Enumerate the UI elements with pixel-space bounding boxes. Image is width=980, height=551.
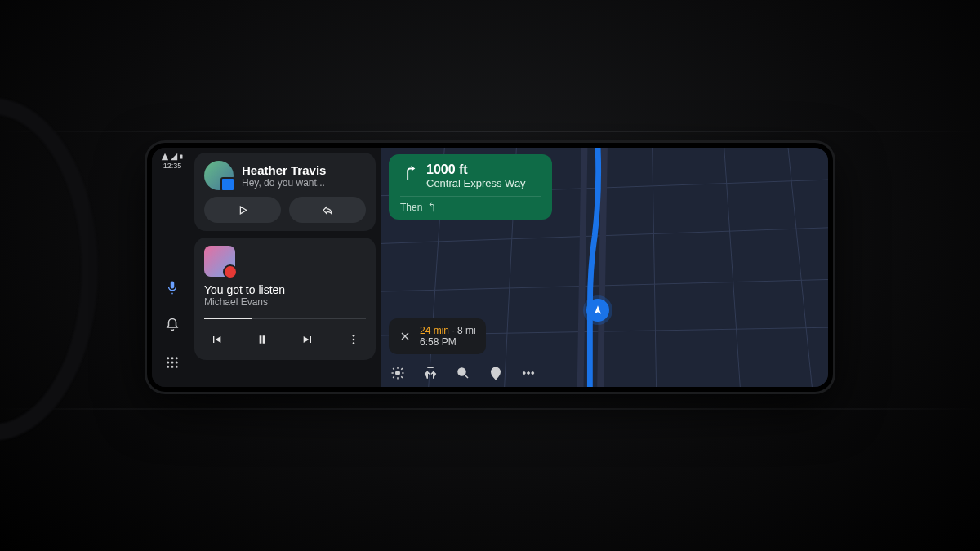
avatar — [204, 161, 234, 190]
pause-icon — [256, 333, 269, 346]
eta-distance: 8 mi — [457, 325, 476, 336]
cellular-icon — [170, 153, 178, 161]
previous-track-button[interactable] — [204, 327, 229, 352]
media-card[interactable]: You got to listen Michael Evans — [194, 238, 376, 360]
track-title: You got to listen — [204, 283, 366, 296]
more-vert-icon — [347, 333, 360, 346]
svg-point-8 — [172, 366, 174, 368]
svg-point-6 — [176, 362, 178, 364]
bell-icon — [165, 318, 180, 332]
cards-column: Heather Travis Hey, do you want... Yo — [193, 148, 381, 387]
signal-icon — [161, 153, 169, 161]
turn-right-icon — [400, 164, 418, 182]
svg-point-9 — [176, 366, 178, 368]
close-eta-button[interactable] — [399, 330, 412, 343]
status-bar: 12:35 — [161, 153, 184, 170]
location-pin-button[interactable] — [487, 364, 505, 382]
skip-next-icon — [301, 333, 314, 346]
reply-icon — [322, 204, 334, 216]
playback-progress[interactable] — [204, 318, 366, 319]
location-pin-icon — [488, 366, 503, 380]
album-art — [204, 246, 235, 277]
screen: 12:35 Heather Trav — [152, 148, 828, 387]
navigation-arrow-icon — [592, 304, 604, 316]
eta-duration: 24 min — [420, 325, 449, 336]
svg-point-7 — [167, 366, 169, 368]
notifications-button[interactable] — [158, 310, 187, 340]
battery-icon — [179, 153, 184, 161]
track-artist: Michael Evans — [204, 296, 366, 308]
assistant-button[interactable] — [158, 273, 187, 302]
app-launcher-button[interactable] — [158, 348, 187, 377]
clock: 12:35 — [163, 162, 182, 170]
skip-previous-icon — [210, 333, 223, 346]
search-icon — [456, 366, 470, 380]
infotainment-device: 12:35 Heather Trav — [147, 143, 833, 392]
message-preview: Hey, do you want... — [242, 177, 326, 189]
steering-wheel — [0, 98, 98, 441]
route-split-icon — [423, 366, 438, 380]
svg-point-10 — [353, 335, 355, 337]
svg-point-26 — [528, 372, 530, 375]
svg-point-3 — [176, 357, 178, 359]
media-more-button[interactable] — [341, 327, 366, 352]
svg-point-1 — [167, 357, 169, 359]
microphone-icon — [165, 280, 180, 295]
svg-rect-0 — [180, 155, 183, 159]
message-sender: Heather Travis — [242, 163, 326, 177]
eta-card[interactable]: 24 min · 8 mi 6:58 PM — [389, 318, 486, 354]
svg-point-24 — [495, 371, 497, 373]
map-more-button[interactable] — [519, 364, 537, 382]
svg-point-22 — [396, 371, 400, 375]
message-card[interactable]: Heather Travis Hey, do you want... — [194, 153, 376, 231]
apps-grid-icon — [165, 355, 180, 370]
nav-distance: 1000 ft — [426, 162, 526, 177]
svg-point-25 — [523, 372, 525, 375]
svg-point-2 — [172, 357, 174, 359]
nav-road-name: Central Express Way — [426, 177, 526, 189]
dashboard-edge — [0, 131, 980, 132]
gear-icon — [390, 366, 405, 380]
svg-point-5 — [172, 362, 174, 364]
next-track-button[interactable] — [296, 327, 320, 352]
nav-then-label: Then — [400, 202, 422, 213]
eta-arrival: 6:58 PM — [420, 336, 476, 348]
navigation-instruction-card[interactable]: 1000 ft Central Express Way Then — [389, 154, 552, 220]
turn-left-icon — [427, 202, 439, 213]
svg-point-27 — [532, 372, 534, 375]
map-toolbar — [389, 364, 537, 382]
play-icon — [237, 204, 249, 216]
more-horiz-icon — [521, 366, 536, 380]
svg-point-4 — [167, 362, 169, 364]
play-message-button[interactable] — [204, 197, 281, 223]
pause-button[interactable] — [250, 327, 274, 352]
svg-point-11 — [353, 339, 355, 341]
close-icon — [399, 330, 412, 343]
current-location-marker — [586, 299, 609, 322]
map-view[interactable]: 1000 ft Central Express Way Then 24 min … — [381, 148, 828, 387]
search-button[interactable] — [454, 364, 472, 382]
map-settings-button[interactable] — [389, 364, 407, 382]
svg-point-12 — [353, 342, 355, 344]
nav-rail: 12:35 — [152, 148, 193, 387]
svg-point-23 — [458, 368, 466, 375]
dashboard-edge — [0, 408, 980, 410]
alternate-routes-button[interactable] — [421, 364, 439, 382]
reply-button[interactable] — [289, 197, 366, 223]
